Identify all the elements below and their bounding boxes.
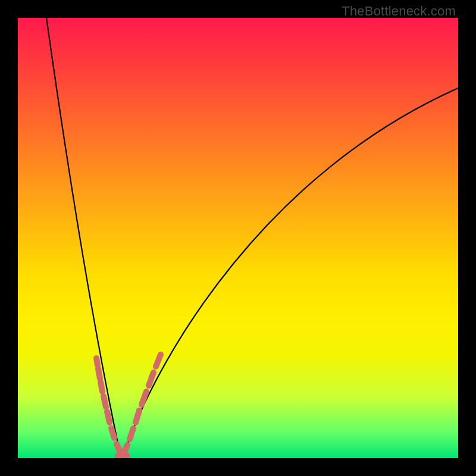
svg-line-2 [101,382,102,392]
watermark-text: TheBottleneck.com [342,4,456,19]
curve-right [122,88,458,456]
svg-line-0 [96,358,98,365]
dash-overlay-right [124,355,161,453]
svg-line-6 [117,444,121,454]
svg-line-9 [136,411,139,422]
svg-line-5 [111,428,114,438]
svg-line-8 [130,428,133,439]
svg-line-3 [104,396,106,407]
svg-line-4 [107,412,109,422]
chart-svg [18,18,458,458]
svg-line-12 [156,355,161,367]
svg-line-1 [98,369,100,378]
svg-line-7 [124,445,127,453]
plot-area [18,18,458,458]
curve-left [46,18,122,456]
svg-line-10 [142,392,146,405]
svg-line-11 [149,372,154,386]
